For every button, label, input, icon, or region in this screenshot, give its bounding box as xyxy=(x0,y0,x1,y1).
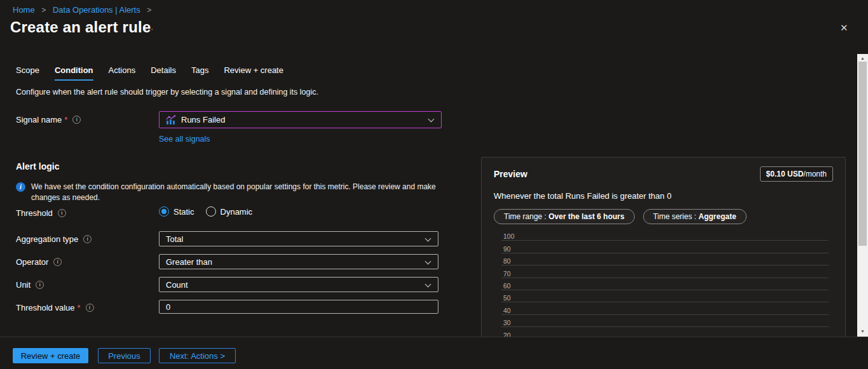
close-icon[interactable]: ✕ xyxy=(840,22,848,34)
unit-label-text: Unit xyxy=(16,280,31,290)
signal-name-dropdown[interactable]: Runs Failed xyxy=(159,111,442,128)
gridline: 30 xyxy=(501,315,829,327)
aggregation-type-value: Total xyxy=(166,234,183,244)
time-range-pill[interactable]: Time range : Over the last 6 hours xyxy=(494,209,635,224)
y-tick-label: 100 xyxy=(503,232,515,240)
radio-dynamic[interactable]: Dynamic xyxy=(206,206,253,217)
radio-selected-icon xyxy=(159,206,169,217)
aggregation-type-dropdown[interactable]: Total xyxy=(159,231,438,246)
condition-tab-content: Scope Condition Actions Details Tags Rev… xyxy=(0,54,857,337)
time-series-pill-value: Aggregate xyxy=(698,212,736,221)
preview-pill-row: Time range : Over the last 6 hours Time … xyxy=(494,209,747,224)
breadcrumb-separator-icon: > xyxy=(147,6,151,15)
tab-actions[interactable]: Actions xyxy=(109,65,136,81)
chevron-down-icon xyxy=(425,236,431,242)
unit-label: Unit i xyxy=(16,280,44,290)
gridline: 60 xyxy=(501,278,829,290)
breadcrumb-home-link[interactable]: Home xyxy=(13,5,35,15)
info-icon[interactable]: i xyxy=(36,281,44,289)
vertical-scrollbar[interactable]: ▲ ▼ xyxy=(857,54,868,337)
gridline: 40 xyxy=(501,302,829,314)
alert-logic-heading: Alert logic xyxy=(16,161,59,171)
chevron-down-icon xyxy=(425,281,431,288)
y-tick-label: 70 xyxy=(503,270,511,278)
next-actions-button[interactable]: Next: Actions > xyxy=(159,348,236,363)
previous-button[interactable]: Previous xyxy=(98,348,151,363)
y-tick-label: 30 xyxy=(503,319,511,326)
gridline: 50 xyxy=(501,290,829,302)
y-tick-label: 80 xyxy=(503,257,511,265)
tab-tags[interactable]: Tags xyxy=(191,65,208,81)
y-tick-label: 90 xyxy=(503,245,511,253)
cost-badge-amount: $0.10 USD xyxy=(766,170,804,178)
required-marker: * xyxy=(64,115,67,124)
info-filled-icon: i xyxy=(16,182,25,192)
preview-chart: 100 90 80 70 60 50 40 30 20 xyxy=(494,229,829,337)
preview-summary: Whenever the total Runs Failed is greate… xyxy=(494,191,672,201)
radio-static[interactable]: Static xyxy=(159,206,194,217)
review-create-button[interactable]: Review + create xyxy=(13,348,88,363)
unit-value: Count xyxy=(166,280,188,290)
tab-details[interactable]: Details xyxy=(151,65,176,81)
metric-chart-icon xyxy=(166,115,176,125)
more-options-icon[interactable]: … xyxy=(144,21,154,32)
info-icon[interactable]: i xyxy=(58,209,66,217)
time-range-pill-value: Over the last 6 hours xyxy=(548,212,624,221)
y-tick-label: 20 xyxy=(503,332,511,337)
footer-bar: Review + create Previous Next: Actions > xyxy=(0,337,868,369)
info-icon[interactable]: i xyxy=(86,304,94,312)
operator-dropdown[interactable]: Greater than xyxy=(159,254,438,269)
radio-dynamic-label: Dynamic xyxy=(220,207,253,217)
operator-value: Greater than xyxy=(166,257,212,267)
info-banner-text: We have set the condition configuration … xyxy=(31,182,438,204)
time-series-pill-label: Time series : xyxy=(653,212,696,221)
unit-dropdown[interactable]: Count xyxy=(159,277,438,292)
tab-description: Configure when the alert rule should tri… xyxy=(16,88,318,97)
required-marker: * xyxy=(78,303,81,312)
tab-bar: Scope Condition Actions Details Tags Rev… xyxy=(16,65,283,81)
cost-badge: $0.10 USD/month xyxy=(760,166,833,182)
threshold-value-label: Threshold value * i xyxy=(16,303,94,312)
gridline: 90 xyxy=(501,241,829,253)
page-title: Create an alert rule xyxy=(10,18,151,36)
info-icon[interactable]: i xyxy=(83,235,92,243)
gridline: 80 xyxy=(501,253,829,265)
threshold-value-label-text: Threshold value xyxy=(16,303,75,312)
threshold-value-input[interactable] xyxy=(159,300,438,314)
preview-heading: Preview xyxy=(494,169,527,179)
aggregation-type-label-text: Aggregation type xyxy=(16,234,78,244)
gridline: 100 xyxy=(501,229,829,241)
preview-panel: Preview $0.10 USD/month Whenever the tot… xyxy=(481,157,846,337)
signal-name-label-text: Signal name xyxy=(16,115,62,124)
see-all-signals-link[interactable]: See all signals xyxy=(159,135,210,144)
y-tick-label: 40 xyxy=(503,307,511,314)
radio-static-label: Static xyxy=(173,207,194,217)
tab-scope[interactable]: Scope xyxy=(16,65,39,81)
breadcrumb-separator-icon: > xyxy=(41,6,46,15)
breadcrumb-alerts-link[interactable]: Data Operations | Alerts xyxy=(53,5,140,15)
gridline: 20 xyxy=(501,327,829,337)
scroll-down-icon[interactable]: ▼ xyxy=(857,327,868,335)
radio-unselected-icon xyxy=(206,206,216,217)
info-icon[interactable]: i xyxy=(72,116,81,124)
tab-review-create[interactable]: Review + create xyxy=(224,65,283,81)
y-tick-label: 50 xyxy=(503,294,511,302)
signal-name-value: Runs Failed xyxy=(181,115,225,124)
aggregation-type-label: Aggregation type i xyxy=(16,234,92,244)
cost-badge-suffix: /month xyxy=(803,170,827,178)
chevron-down-icon xyxy=(428,116,435,123)
chevron-down-icon xyxy=(425,258,431,265)
threshold-label: Threshold i xyxy=(16,208,66,218)
tab-condition[interactable]: Condition xyxy=(55,65,93,81)
time-series-pill[interactable]: Time series : Aggregate xyxy=(643,209,747,224)
operator-label-text: Operator xyxy=(16,257,48,267)
info-banner: i We have set the condition configuratio… xyxy=(16,182,438,204)
scrollbar-thumb[interactable] xyxy=(858,62,867,246)
info-icon[interactable]: i xyxy=(53,258,62,266)
gridline: 70 xyxy=(501,265,829,278)
threshold-label-text: Threshold xyxy=(16,208,53,218)
operator-label: Operator i xyxy=(16,257,62,267)
signal-name-label: Signal name * i xyxy=(16,115,81,124)
y-tick-label: 60 xyxy=(503,282,511,290)
time-range-pill-label: Time range : xyxy=(504,212,546,221)
